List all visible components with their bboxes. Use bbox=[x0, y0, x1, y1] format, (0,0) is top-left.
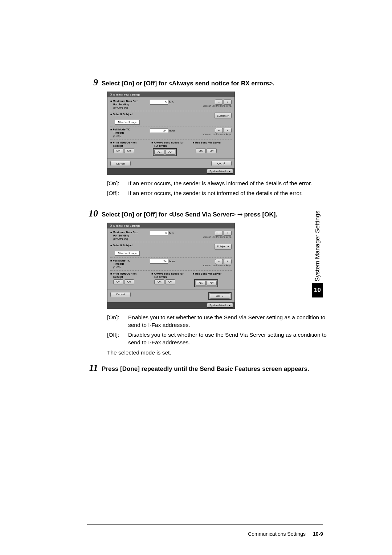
chevron-right-icon: ▸ bbox=[228, 245, 229, 248]
page-footer: Communications Settings 10-9 bbox=[248, 531, 323, 537]
numkey-hint: You can use the num. keys. bbox=[150, 236, 232, 238]
return-icon: ↲ bbox=[223, 162, 225, 165]
notice-label: Always send notice for bbox=[154, 141, 184, 144]
off-description: Disables you to set whether to use the S… bbox=[128, 331, 327, 347]
ok-selection-highlight: OK ↲ bbox=[208, 292, 232, 300]
mdn-label: Print MDN/DSN on bbox=[113, 272, 136, 275]
viaserver-selection-highlight: On Off bbox=[194, 279, 218, 287]
dialog-title-bar: ⚙ E-mail/I-Fax Settings bbox=[107, 223, 234, 228]
fullmode-range: (1-99) bbox=[113, 266, 148, 269]
step-9-description: [On]: If an error occurs, the sender is … bbox=[107, 180, 327, 197]
numkey-hint: You can use the num. keys. bbox=[150, 264, 232, 267]
max-data-input[interactable]: 3 bbox=[150, 100, 168, 105]
on-description: If an error occurs, the sender is always… bbox=[128, 180, 312, 187]
fullmode-label2: Timeout bbox=[113, 131, 148, 134]
chevron-right-icon: ▸ bbox=[229, 170, 230, 173]
footer-page-number: 10-9 bbox=[313, 531, 323, 537]
minus-button[interactable]: − bbox=[215, 259, 223, 264]
chapter-number-box: 10 bbox=[312, 283, 323, 297]
off-label: [Off]: bbox=[107, 331, 124, 347]
on-button[interactable]: On bbox=[113, 148, 123, 153]
on-button[interactable]: On bbox=[154, 279, 164, 284]
return-icon: ↲ bbox=[221, 294, 224, 297]
ok-button[interactable]: OK ↲ bbox=[210, 293, 230, 299]
system-monitor-button[interactable]: System Monitor ▸ bbox=[207, 169, 233, 174]
on-description: Enables you to set whether to use the Se… bbox=[128, 314, 327, 329]
step-number: 9 bbox=[87, 77, 98, 88]
max-data-label2: For Sending bbox=[113, 103, 148, 106]
subject-label: Default Subject bbox=[113, 113, 133, 116]
max-data-label: Maximum Data Size bbox=[113, 231, 138, 234]
max-data-label: Maximum Data Size bbox=[113, 100, 138, 103]
mdn-label2: Receipt bbox=[113, 275, 149, 279]
step-number: 11 bbox=[87, 362, 98, 373]
on-label: [On]: bbox=[107, 314, 124, 329]
fullmode-input[interactable]: 24 bbox=[150, 259, 168, 264]
settings-screenshot-2: ⚙ E-mail/I-Fax Settings ■ Maximum Data S… bbox=[107, 223, 235, 309]
fullmode-label: Full Mode TX bbox=[113, 128, 130, 131]
subject-label: Default Subject bbox=[113, 244, 133, 247]
dialog-title: E-mail/I-Fax Settings bbox=[113, 93, 140, 96]
max-data-input[interactable]: 3 bbox=[150, 231, 168, 235]
numkey-hint: You can use the num. keys. bbox=[150, 133, 232, 135]
unit-mb: MB bbox=[169, 101, 173, 104]
subject-button[interactable]: Subject ▸ bbox=[214, 113, 232, 118]
on-button[interactable]: On bbox=[154, 150, 164, 155]
off-button[interactable]: Off bbox=[207, 281, 217, 286]
mdn-label2: Receipt bbox=[113, 144, 149, 147]
subject-value: Attached Image bbox=[115, 251, 140, 256]
chapter-side-label: System Manager Settings bbox=[314, 211, 321, 281]
max-data-label2: For Sending bbox=[113, 234, 148, 237]
on-button[interactable]: On bbox=[113, 279, 123, 284]
ok-button[interactable]: OK ↲ bbox=[211, 161, 232, 166]
step-title: Select [On] or [Off] for <Use Send Via S… bbox=[102, 211, 277, 219]
plus-button[interactable]: + bbox=[224, 259, 232, 264]
chevron-right-icon: ▸ bbox=[228, 114, 229, 117]
off-description: If an error occurs, the sender is not in… bbox=[128, 190, 303, 197]
plus-button[interactable]: + bbox=[224, 231, 232, 236]
off-button[interactable]: Off bbox=[124, 148, 134, 153]
off-button[interactable]: Off bbox=[124, 279, 134, 284]
chevron-right-icon: ▸ bbox=[229, 304, 230, 307]
footer-divider bbox=[87, 524, 323, 524]
gear-icon: ⚙ bbox=[110, 93, 112, 96]
plus-button[interactable]: + bbox=[224, 128, 232, 133]
dialog-title-bar: ⚙ E-mail/I-Fax Settings bbox=[107, 92, 234, 97]
step-11-heading: 11 Press [Done] repeatedly until the Sen… bbox=[87, 362, 327, 373]
minus-button[interactable]: − bbox=[215, 100, 223, 105]
max-data-range: (0=Off/1-99) bbox=[113, 237, 148, 240]
off-button[interactable]: Off bbox=[165, 150, 175, 155]
fullmode-input[interactable]: 24 bbox=[150, 128, 168, 133]
minus-button[interactable]: − bbox=[215, 128, 223, 133]
step-title: Select [On] or [Off] for <Always send no… bbox=[102, 80, 274, 88]
fullmode-range: (1-99) bbox=[113, 134, 148, 138]
minus-button[interactable]: − bbox=[215, 231, 223, 236]
on-button[interactable]: On bbox=[196, 281, 206, 286]
fullmode-label: Full Mode TX bbox=[113, 259, 130, 262]
off-button[interactable]: Off bbox=[165, 279, 175, 284]
cancel-button[interactable]: Cancel bbox=[110, 161, 131, 166]
mdn-label: Print MDN/DSN on bbox=[113, 141, 136, 144]
subject-value: Attached Image bbox=[115, 120, 140, 125]
subject-button[interactable]: Subject ▸ bbox=[214, 244, 232, 250]
mode-set-note: The selected mode is set. bbox=[107, 349, 327, 356]
viaserver-label: Use Send Via Server bbox=[195, 272, 221, 275]
step-9-heading: 9 Select [On] or [Off] for <Always send … bbox=[87, 77, 327, 88]
chapter-side-tab: System Manager Settings 10 bbox=[312, 211, 323, 297]
on-button[interactable]: On bbox=[196, 148, 206, 153]
off-button[interactable]: Off bbox=[207, 148, 217, 153]
max-data-range: (0=Off/1-99) bbox=[113, 106, 148, 109]
step-number: 10 bbox=[87, 208, 98, 219]
step-10-heading: 10 Select [On] or [Off] for <Use Send Vi… bbox=[87, 208, 327, 219]
notice-label: Always send notice for bbox=[154, 272, 184, 275]
dialog-title: E-mail/I-Fax Settings bbox=[113, 224, 140, 227]
system-monitor-button[interactable]: System Monitor ▸ bbox=[207, 303, 233, 308]
on-label: [On]: bbox=[107, 180, 124, 187]
off-label: [Off]: bbox=[107, 190, 124, 197]
unit-hour: hour bbox=[169, 129, 175, 132]
cancel-button[interactable]: Cancel bbox=[110, 292, 131, 297]
footer-section: Communications Settings bbox=[248, 531, 306, 537]
unit-mb: MB bbox=[169, 231, 173, 235]
unit-hour: hour bbox=[169, 260, 175, 263]
plus-button[interactable]: + bbox=[224, 100, 232, 105]
